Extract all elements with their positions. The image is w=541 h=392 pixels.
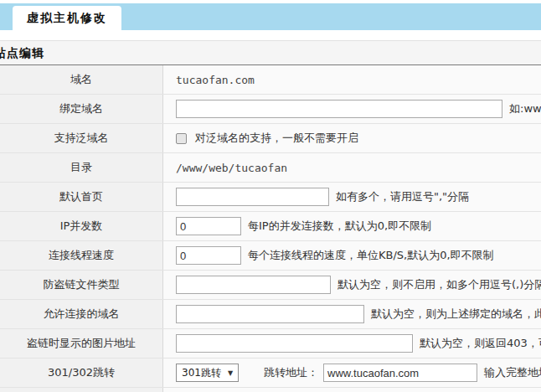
wildcard-domain-note: 对泛域名的支持，一般不需要开启 bbox=[195, 131, 358, 146]
hotlink-image-url-input[interactable] bbox=[176, 334, 413, 353]
table-row: 绑定域名如:www bbox=[0, 95, 541, 124]
settings-table: 域名tucaofan.com绑定域名如:www支持泛域名对泛域名的支持，一般不需… bbox=[0, 65, 541, 392]
tab-virtual-host-edit[interactable]: 虚拟主机修改 bbox=[13, 6, 121, 30]
thread-speed-note: 每个连接线程的速度，单位KB/S,默认为0,即不限制 bbox=[248, 248, 494, 263]
field-label-directory: 目录 bbox=[0, 153, 163, 182]
field-content-ip-concurrency: 每IP的并发连接数，默认为0,即不限制 bbox=[163, 212, 541, 240]
allowed-domains-input[interactable] bbox=[176, 305, 364, 323]
field-label-hotlink-image-url: 盗链时显示的图片地址 bbox=[0, 329, 163, 358]
field-content-hotlink-file-types: 默认为空，则不启用，如多个用逗号(,)分隔 bbox=[163, 271, 541, 299]
field-content-allowed-domains: 默认为空，则为上述绑定的域名，此处 bbox=[163, 300, 541, 328]
field-content-partial bbox=[163, 388, 541, 392]
field-label-bind-domain: 绑定域名 bbox=[0, 95, 163, 123]
ip-concurrency-note: 每IP的并发连接数，默认为0,即不限制 bbox=[248, 219, 431, 234]
table-row: 连接线程速度每个连接线程的速度，单位KB/S,默认为0,即不限制 bbox=[0, 241, 541, 271]
thread-speed-input[interactable] bbox=[176, 246, 241, 265]
tab-bar: 虚拟主机修改 bbox=[0, 3, 541, 30]
redirect-type-select[interactable]: 301跳转▼ bbox=[176, 364, 239, 382]
field-content-wildcard-domain: 对泛域名的支持，一般不需要开启 bbox=[163, 124, 541, 152]
table-row: 301/302跳转301跳转▼跳转地址：输入完整地址 bbox=[0, 358, 541, 388]
directory-value: /www/web/tucaofan bbox=[176, 162, 287, 174]
hotlink-file-types-note: 默认为空，则不启用，如多个用逗号(,)分隔 bbox=[337, 277, 541, 292]
table-row: 防盗链文件类型默认为空，则不启用，如多个用逗号(,)分隔 bbox=[0, 271, 541, 300]
field-label-wildcard-domain: 支持泛域名 bbox=[0, 124, 163, 152]
table-row: 默认首页如有多个，请用逗号","分隔 bbox=[0, 183, 541, 212]
wildcard-domain-checkbox[interactable] bbox=[176, 133, 187, 144]
field-label-redirect: 301/302跳转 bbox=[0, 358, 163, 387]
table-row: 支持泛域名对泛域名的支持，一般不需要开启 bbox=[0, 124, 541, 153]
domain-value: tucaofan.com bbox=[176, 74, 255, 86]
table-row: 域名tucaofan.com bbox=[0, 65, 541, 95]
redirect-note: 输入完整地址 bbox=[484, 365, 541, 380]
hotlink-image-url-note: 默认为空，则返回403，可 bbox=[420, 336, 541, 351]
field-label-thread-speed: 连接线程速度 bbox=[0, 241, 163, 270]
table-row: 目录/www/web/tucaofan bbox=[0, 153, 541, 183]
bind-domain-note: 如:www bbox=[509, 101, 541, 116]
field-label-allowed-domains: 允许连接的域名 bbox=[0, 300, 163, 328]
table-row bbox=[0, 388, 541, 392]
field-content-bind-domain: 如:www bbox=[163, 95, 541, 123]
allowed-domains-note: 默认为空，则为上述绑定的域名，此处 bbox=[371, 307, 541, 322]
field-content-default-index: 如有多个，请用逗号","分隔 bbox=[163, 183, 541, 211]
section-header: 站点编辑 bbox=[0, 41, 541, 65]
default-index-note: 如有多个，请用逗号","分隔 bbox=[336, 189, 469, 204]
field-label-ip-concurrency: IP并发数 bbox=[0, 212, 163, 240]
table-row: 允许连接的域名默认为空，则为上述绑定的域名，此处 bbox=[0, 300, 541, 329]
chevron-down-icon: ▼ bbox=[228, 369, 233, 377]
field-label-partial bbox=[0, 388, 163, 392]
field-label-domain: 域名 bbox=[0, 65, 163, 94]
field-content-thread-speed: 每个连接线程的速度，单位KB/S,默认为0,即不限制 bbox=[163, 241, 541, 270]
field-content-redirect: 301跳转▼跳转地址：输入完整地址 bbox=[163, 358, 541, 387]
table-row: IP并发数每IP的并发连接数，默认为0,即不限制 bbox=[0, 212, 541, 241]
ip-concurrency-input[interactable] bbox=[176, 217, 241, 235]
page-title: 站点编辑 bbox=[0, 41, 541, 64]
redirect-type-selected-value: 301跳转 bbox=[182, 366, 221, 380]
redirect-address-input[interactable] bbox=[323, 364, 477, 382]
field-content-directory: /www/web/tucaofan bbox=[163, 153, 541, 182]
field-content-hotlink-image-url: 默认为空，则返回403，可 bbox=[163, 329, 541, 358]
redirect-address-label: 跳转地址： bbox=[264, 365, 318, 380]
hotlink-file-types-input[interactable] bbox=[176, 276, 331, 294]
field-label-hotlink-file-types: 防盗链文件类型 bbox=[0, 271, 163, 299]
site-edit-panel: 站点编辑 域名tucaofan.com绑定域名如:www支持泛域名对泛域名的支持… bbox=[0, 40, 541, 392]
table-row: 盗链时显示的图片地址默认为空，则返回403，可 bbox=[0, 329, 541, 358]
field-content-domain: tucaofan.com bbox=[163, 65, 541, 94]
bind-domain-input[interactable] bbox=[176, 100, 502, 118]
field-label-default-index: 默认首页 bbox=[0, 183, 163, 211]
default-index-input[interactable] bbox=[176, 188, 329, 206]
